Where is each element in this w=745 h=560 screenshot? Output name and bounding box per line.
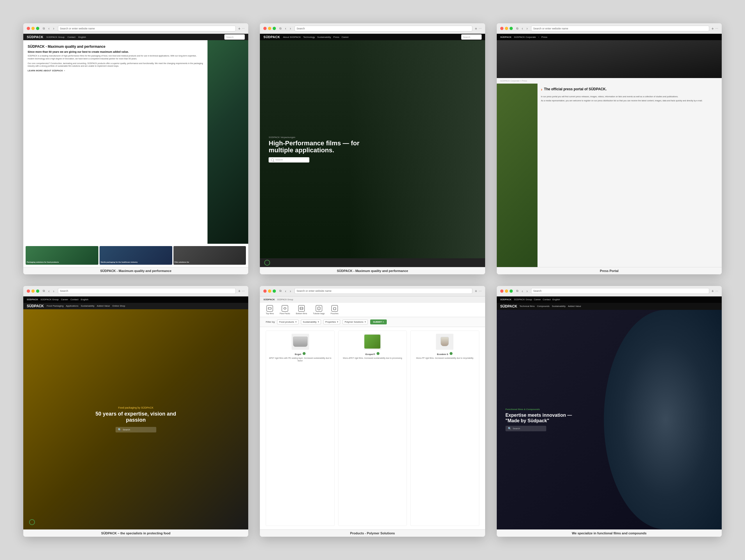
filter-food-products[interactable]: Food products bbox=[277, 319, 298, 324]
more-button[interactable]: ⋯ bbox=[242, 27, 245, 30]
win1-nav-language[interactable]: English bbox=[78, 36, 86, 38]
win1-search[interactable]: Search bbox=[224, 34, 245, 40]
win4-menu-value[interactable]: Added Value bbox=[97, 305, 110, 307]
win2-nav-about[interactable]: About SÜDPACK bbox=[283, 36, 301, 38]
new-tab-button-3[interactable]: + bbox=[712, 26, 714, 31]
product-item-3[interactable]: Ecodem S Mono-PP rigid films. Increased … bbox=[410, 331, 479, 526]
forward-button-5[interactable]: › bbox=[289, 288, 292, 294]
win3-nav-corporate[interactable]: SÜDPACK Corporate bbox=[514, 36, 536, 38]
thumbnail-1[interactable]: Packaging solutions for food products bbox=[26, 246, 98, 265]
win6-menu-value[interactable]: Added Value bbox=[568, 305, 581, 308]
win4-menu-app[interactable]: Applications bbox=[66, 305, 78, 307]
win6-nav-group[interactable]: SÜDPACK Group bbox=[514, 298, 532, 301]
win6-menu-sustain[interactable]: Sustainability bbox=[552, 305, 565, 308]
maximize-button-6[interactable] bbox=[510, 289, 513, 293]
more-button-3[interactable]: ⋯ bbox=[715, 27, 718, 30]
tab-top-films[interactable]: Top films bbox=[266, 305, 274, 314]
url-bar-5[interactable]: Search or enter website name bbox=[294, 288, 472, 294]
minimize-button-6[interactable] bbox=[505, 289, 508, 293]
tab-bottom-films[interactable]: Bottom films bbox=[296, 305, 307, 314]
tab-icon-6[interactable]: ⧉ bbox=[515, 288, 519, 293]
more-button-5[interactable]: ⋯ bbox=[479, 289, 482, 293]
win1-cta[interactable]: LEARN MORE ABOUT SÜDPACK › bbox=[28, 70, 65, 72]
url-bar-6[interactable]: Search bbox=[531, 288, 709, 294]
product-item-2[interactable]: Ecoper® Mono-APET rigid films. Increased… bbox=[338, 331, 407, 526]
new-tab-button-5[interactable]: + bbox=[475, 288, 477, 293]
win4-nav-lang[interactable]: English bbox=[81, 298, 89, 301]
url-bar-1[interactable]: Search or enter website name bbox=[58, 26, 236, 31]
win1-nav-group[interactable]: SÜDPACK Group bbox=[46, 36, 65, 38]
url-bar-4[interactable]: Search bbox=[58, 288, 236, 294]
forward-button-3[interactable]: › bbox=[525, 26, 529, 31]
submit-filter-button[interactable]: SUBMIT > bbox=[370, 319, 387, 324]
forward-button-2[interactable]: › bbox=[289, 26, 292, 31]
win4-menu-shop[interactable]: Online Shop bbox=[112, 305, 125, 307]
win2-nav-tech[interactable]: Technology bbox=[303, 36, 315, 38]
close-button-2[interactable] bbox=[263, 27, 266, 30]
win6-nav-lang[interactable]: English bbox=[552, 298, 560, 301]
forward-button[interactable]: › bbox=[52, 26, 55, 31]
close-button[interactable] bbox=[27, 27, 30, 30]
url-bar-3[interactable]: Search or enter website name bbox=[531, 26, 709, 31]
tab-icon-5[interactable]: ⧉ bbox=[278, 288, 283, 293]
minimize-button-2[interactable] bbox=[268, 27, 271, 30]
new-tab-button[interactable]: + bbox=[238, 26, 240, 31]
product-item-1[interactable]: Ecget APET rigid films with PE sealing l… bbox=[266, 331, 334, 526]
minimize-button-3[interactable] bbox=[505, 27, 508, 30]
win4-nav-career[interactable]: Career bbox=[61, 298, 68, 301]
minimize-button-5[interactable] bbox=[268, 289, 271, 293]
maximize-button-2[interactable] bbox=[273, 27, 276, 30]
forward-button-6[interactable]: › bbox=[525, 288, 529, 294]
more-button-2[interactable]: ⋯ bbox=[479, 27, 482, 30]
filter-properties[interactable]: Properties bbox=[323, 319, 340, 324]
maximize-button-3[interactable] bbox=[510, 27, 513, 30]
close-button-4[interactable] bbox=[27, 289, 30, 293]
win6-menu-tech[interactable]: Technical films bbox=[519, 305, 535, 308]
win2-nav-career[interactable]: Career bbox=[342, 36, 349, 38]
win3-nav-press[interactable]: Press bbox=[541, 36, 547, 38]
thumbnail-2[interactable]: Sterile packaging for the healthcare ind… bbox=[100, 246, 172, 265]
new-tab-button-6[interactable]: + bbox=[712, 288, 714, 293]
win6-nav-career[interactable]: Career bbox=[534, 298, 541, 301]
filter-polymer-solutions[interactable]: Polymer Solutions bbox=[343, 319, 367, 324]
win2-nav-sustain[interactable]: Sustainability bbox=[317, 36, 331, 38]
win4-menu-sustain[interactable]: Sustainability bbox=[80, 305, 94, 307]
tab-icon[interactable]: ⧉ bbox=[42, 26, 46, 31]
win6-menu-compounds[interactable]: Compounds bbox=[537, 305, 549, 308]
more-button-6[interactable]: ⋯ bbox=[715, 289, 718, 293]
maximize-button-4[interactable] bbox=[36, 289, 39, 293]
forward-button-4[interactable]: › bbox=[52, 288, 55, 294]
close-button-5[interactable] bbox=[263, 289, 266, 293]
back-button[interactable]: ‹ bbox=[47, 26, 51, 31]
url-bar-2[interactable]: Search bbox=[294, 26, 472, 31]
win2-nav-press[interactable]: Press bbox=[333, 36, 339, 38]
win4-hero-search[interactable]: 🔍 Search bbox=[116, 427, 156, 432]
tab-tubular-bags[interactable]: Tubular bags bbox=[313, 305, 325, 314]
back-button-3[interactable]: ‹ bbox=[521, 26, 524, 31]
tab-icon-2[interactable]: ⧉ bbox=[278, 26, 283, 31]
tab-pouches[interactable]: Pouches bbox=[331, 305, 338, 314]
tab-icon-4[interactable]: ⧉ bbox=[42, 288, 46, 293]
win4-nav-contact[interactable]: Contact bbox=[70, 298, 78, 301]
maximize-button[interactable] bbox=[36, 27, 39, 30]
close-button-3[interactable] bbox=[500, 27, 504, 30]
back-button-4[interactable]: ‹ bbox=[47, 288, 51, 294]
new-tab-button-4[interactable]: + bbox=[238, 288, 240, 293]
win6-nav-contact[interactable]: Contact bbox=[543, 298, 551, 301]
win6-hero-search[interactable]: 🔍 Search bbox=[506, 426, 546, 431]
win4-nav-group[interactable]: SÜDPACK Group bbox=[40, 298, 59, 301]
close-button-6[interactable] bbox=[500, 289, 504, 293]
tab-icon-3[interactable]: ⧉ bbox=[515, 26, 519, 31]
win2-hero-search[interactable]: Search bbox=[269, 157, 309, 162]
minimize-button[interactable] bbox=[31, 27, 35, 30]
win1-nav-contact[interactable]: Contact bbox=[67, 36, 76, 38]
more-button-4[interactable]: ⋯ bbox=[242, 289, 245, 293]
win4-menu-food[interactable]: Food Packaging bbox=[46, 305, 63, 307]
filter-sustainability[interactable]: Sustainability bbox=[301, 319, 321, 324]
back-button-5[interactable]: ‹ bbox=[284, 288, 287, 294]
thumbnail-3[interactable]: Film solutions for bbox=[173, 246, 246, 265]
back-button-2[interactable]: ‹ bbox=[284, 26, 287, 31]
back-button-6[interactable]: ‹ bbox=[521, 288, 524, 294]
tab-flow-packs[interactable]: Flow Packs bbox=[280, 305, 290, 314]
win2-search[interactable]: Search bbox=[461, 34, 482, 40]
